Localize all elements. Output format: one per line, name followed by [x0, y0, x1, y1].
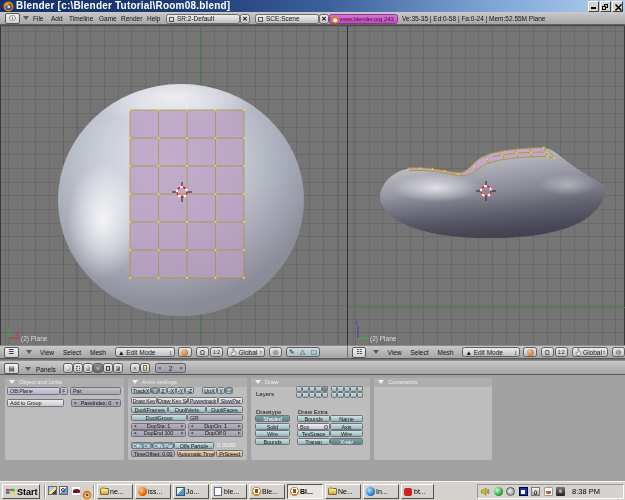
svg-text:(2) Plane: (2) Plane [370, 335, 397, 343]
svg-text:z: z [355, 319, 359, 326]
svg-text:(2) Plane: (2) Plane [21, 335, 48, 343]
svg-text:x: x [15, 330, 19, 337]
